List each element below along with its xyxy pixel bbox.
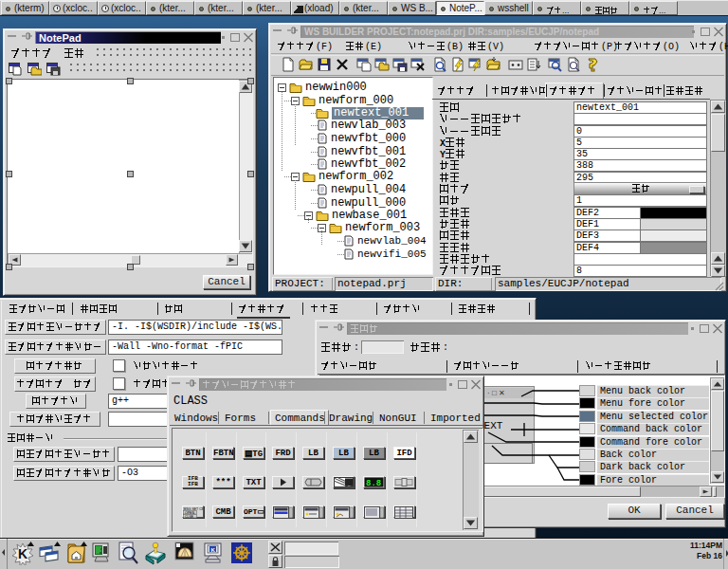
svg-text:CLSE: CLSE (185, 515, 194, 519)
svg-text:K: K (211, 547, 216, 553)
svg-text:K: K (18, 546, 27, 561)
svg-text:8.8: 8.8 (366, 479, 381, 487)
